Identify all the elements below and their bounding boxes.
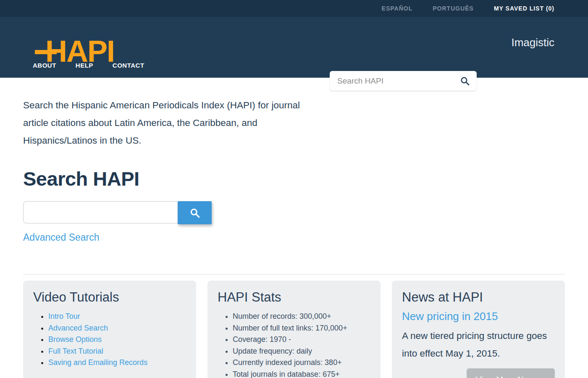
video-tutorials-title: Video Tutorials xyxy=(33,290,186,305)
list-item: Intro Tour xyxy=(48,311,186,323)
list-item: Saving and Emailing Records xyxy=(48,357,186,369)
tutorial-link-browse-options[interactable]: Browse Options xyxy=(48,335,102,344)
section-divider xyxy=(23,274,565,275)
header-search-area: ADVANCED SEARCH xyxy=(330,71,554,91)
info-cards-row: Video Tutorials Intro Tour Advanced Sear… xyxy=(23,281,565,378)
page-title: Search HAPI xyxy=(23,167,565,190)
hapi-stats-card: HAPI Stats Number of records: 300,000+ N… xyxy=(207,281,381,378)
search-icon xyxy=(189,207,200,218)
stat-item: Number of records: 300,000+ xyxy=(233,311,370,323)
tutorial-link-intro-tour[interactable]: Intro Tour xyxy=(48,312,80,320)
nav-item-about[interactable]: ABOUT xyxy=(33,62,56,69)
site-header: HAPI Imagistic ABOUT HELP CONTACT ADVANC… xyxy=(0,17,588,78)
main-search-input[interactable] xyxy=(23,201,178,223)
main-search-button[interactable] xyxy=(178,201,212,224)
search-icon[interactable] xyxy=(460,76,470,86)
news-card: News at HAPI New pricing in 2015 A new t… xyxy=(392,281,565,378)
nav-item-contact[interactable]: CONTACT xyxy=(113,62,144,69)
list-item: Browse Options xyxy=(48,334,186,346)
view-more-news-button[interactable]: View More News » xyxy=(467,368,555,378)
hapi-stats-title: HAPI Stats xyxy=(218,290,370,305)
top-utility-bar: ESPAÑOL PORTUGUÊS MY SAVED LIST (0) xyxy=(0,0,588,17)
language-link-portugues[interactable]: PORTUGUÊS xyxy=(433,5,474,12)
video-tutorials-list: Intro Tour Advanced Search Browse Option… xyxy=(33,311,186,369)
advanced-search-link[interactable]: Advanced Search xyxy=(23,232,100,243)
news-article-summary: A new tiered pricing structure goes into… xyxy=(402,327,555,362)
tutorial-link-saving-emailing[interactable]: Saving and Emailing Records xyxy=(48,358,147,367)
hapi-stats-list: Number of records: 300,000+ Number of fu… xyxy=(218,311,370,378)
list-item: Advanced Search xyxy=(48,323,186,334)
advanced-search-header-link[interactable]: ADVANCED SEARCH xyxy=(488,77,554,84)
tutorial-link-full-text[interactable]: Full Text Tutorial xyxy=(48,347,103,355)
stat-item: Update frequency: daily xyxy=(233,346,370,357)
stat-item: Number of full text links: 170,000+ xyxy=(233,323,370,334)
video-tutorials-card: Video Tutorials Intro Tour Advanced Sear… xyxy=(23,281,196,378)
main-content: Search the Hispanic American Periodicals… xyxy=(0,97,588,378)
nav-item-help[interactable]: HELP xyxy=(76,62,93,69)
list-item: Full Text Tutorial xyxy=(48,346,186,357)
main-search-form xyxy=(23,201,565,224)
stat-item: Currently indexed journals: 380+ xyxy=(233,357,370,369)
header-search-box xyxy=(330,71,477,91)
my-saved-list-link[interactable]: MY SAVED LIST (0) xyxy=(494,5,554,12)
tutorial-link-advanced-search[interactable]: Advanced Search xyxy=(48,324,108,332)
header-search-input[interactable] xyxy=(336,76,460,86)
language-link-espanol[interactable]: ESPAÑOL xyxy=(382,5,413,12)
stat-item: Coverage: 1970 - xyxy=(233,334,370,346)
news-article-link[interactable]: New pricing in 2015 xyxy=(402,310,498,323)
primary-nav: ABOUT HELP CONTACT xyxy=(33,62,144,69)
imagistic-brand-link[interactable]: Imagistic xyxy=(511,36,554,49)
stat-item: Total journals in database: 675+ xyxy=(233,369,370,378)
site-description: Search the Hispanic American Periodicals… xyxy=(23,97,323,150)
news-title: News at HAPI xyxy=(402,290,555,305)
